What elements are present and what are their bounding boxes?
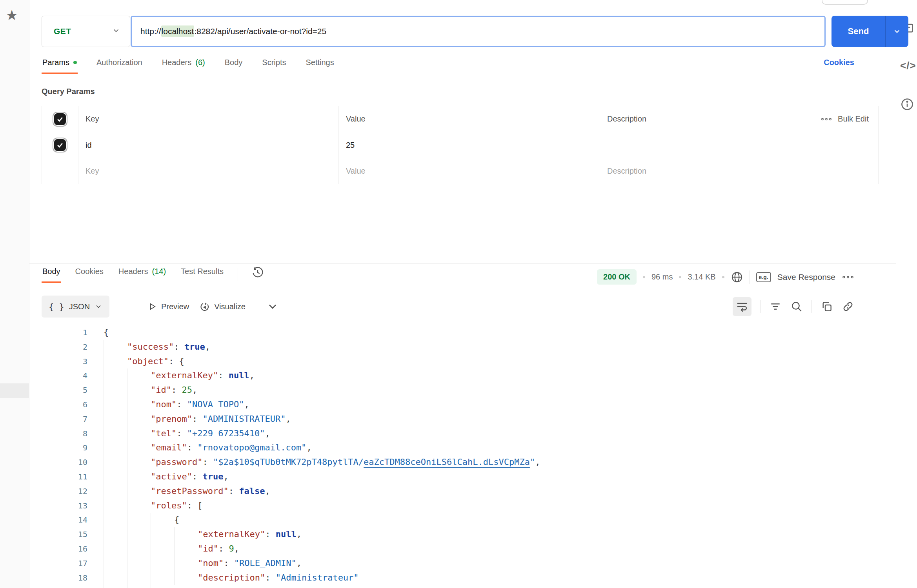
status-badge[interactable]: 200 OK xyxy=(597,269,637,285)
response-tab-cookies[interactable]: Cookies xyxy=(75,264,104,283)
indent-guide xyxy=(104,368,127,383)
tab-headers[interactable]: Headers(6) xyxy=(161,55,206,74)
line-content: "prenom": "ADMINISTRATEUR", xyxy=(104,412,291,426)
toolbar-chevron-down-icon[interactable] xyxy=(266,300,279,313)
column-header-key: Key xyxy=(78,106,339,132)
indent-guide xyxy=(127,527,151,542)
response-tab-body[interactable]: Body xyxy=(42,264,61,283)
preview-button[interactable]: Preview xyxy=(147,301,189,312)
tokens: "description": "Administrateur" xyxy=(198,571,359,585)
divider xyxy=(760,300,761,313)
link-icon[interactable] xyxy=(842,300,854,313)
line-number: 16 xyxy=(29,542,87,556)
save-response-button[interactable]: Save Response xyxy=(777,272,835,282)
indent-guide xyxy=(127,513,151,527)
url-highlight: localhost xyxy=(161,25,195,37)
save-as-example-icon[interactable]: e.g. xyxy=(756,272,771,282)
tab-label: Body xyxy=(42,267,60,276)
indent-guide xyxy=(104,513,127,527)
select-all-checkbox[interactable] xyxy=(54,113,66,125)
indent-guide xyxy=(104,527,127,542)
send-options-caret[interactable] xyxy=(886,16,908,47)
tab-params[interactable]: Params xyxy=(42,55,78,74)
indent-guide xyxy=(104,556,127,571)
tab-authorization[interactable]: Authorization xyxy=(96,55,143,74)
indent-guide xyxy=(104,426,127,441)
indent-guide xyxy=(127,585,151,588)
tab-label: Scripts xyxy=(262,58,286,67)
dot-separator xyxy=(679,276,681,278)
main-panel: GET http://localhost:8282/api/user/activ… xyxy=(29,0,896,588)
tokens: "roles": [ xyxy=(151,499,202,513)
response-size[interactable]: 3.14 KB xyxy=(688,272,715,281)
value-placeholder-input[interactable]: Value xyxy=(339,158,600,184)
cropped-top-button[interactable] xyxy=(822,0,868,5)
param-enabled-checkbox[interactable] xyxy=(54,139,66,151)
code-line: 12"resetPassword": false, xyxy=(29,484,896,499)
rail-drag-handle[interactable] xyxy=(0,383,29,398)
tab-label: Cookies xyxy=(75,267,104,276)
response-tab-headers[interactable]: Headers(14) xyxy=(118,264,167,283)
placeholder-checkbox-cell xyxy=(42,158,78,184)
param-key-input[interactable]: id xyxy=(78,132,339,158)
description-placeholder-input[interactable]: Description xyxy=(600,158,878,184)
indent-guide xyxy=(104,542,127,556)
tokens: "nom": "NOVA TOPO", xyxy=(151,397,249,412)
url-input[interactable]: http://localhost:8282/api/user/activate-… xyxy=(131,16,826,47)
tab-settings[interactable]: Settings xyxy=(305,55,335,74)
line-content: "roles": [ xyxy=(104,499,202,513)
response-body-json[interactable]: 1{2"success": true,3"object": {4"externa… xyxy=(29,323,896,588)
more-options-icon[interactable] xyxy=(842,271,854,283)
cookies-link[interactable]: Cookies xyxy=(824,58,854,67)
indent-guide xyxy=(151,585,174,588)
send-button-label[interactable]: Send xyxy=(831,16,886,47)
indent-guide xyxy=(104,383,127,397)
wrap-text-icon[interactable] xyxy=(733,297,751,316)
bulk-edit-button[interactable]: Bulk Edit xyxy=(821,114,869,123)
play-icon xyxy=(147,301,157,312)
tokens: "resetPassword": false, xyxy=(151,484,270,499)
line-number: 10 xyxy=(29,455,87,470)
tab-scripts[interactable]: Scripts xyxy=(261,55,287,74)
code-snippet-icon[interactable]: </> xyxy=(900,60,914,74)
response-tab-test-results[interactable]: Test Results xyxy=(180,264,224,283)
response-time[interactable]: 96 ms xyxy=(651,272,673,281)
indent-guide xyxy=(127,368,151,383)
code-line: 3"object": { xyxy=(29,354,896,369)
filter-icon[interactable] xyxy=(769,300,782,313)
tab-count: (14) xyxy=(152,267,166,276)
tokens: "success": true, xyxy=(127,340,210,354)
indent-guide xyxy=(127,542,151,556)
response-meta: 200 OK 96 ms 3.14 KB e.g. Save Response xyxy=(597,269,854,285)
copy-icon[interactable] xyxy=(821,300,833,313)
tab-body[interactable]: Body xyxy=(224,55,244,74)
format-dropdown[interactable]: { } JSON xyxy=(42,296,109,318)
code-line: 7"prenom": "ADMINISTRATEUR", xyxy=(29,412,896,426)
line-content: "nom": "ROLE_ADMIN", xyxy=(104,556,302,571)
code-line: 19} xyxy=(29,585,896,588)
favorite-star-icon[interactable]: ★ xyxy=(5,7,18,24)
table-row: id25 xyxy=(42,132,878,158)
line-content: "externalKey": null, xyxy=(104,368,255,383)
param-description-input[interactable] xyxy=(600,132,878,158)
line-content: "password": "$2a$10$qTUb0tMK72pT48pytlTA… xyxy=(104,455,540,470)
param-value-input[interactable]: 25 xyxy=(339,132,600,158)
info-icon[interactable] xyxy=(900,97,914,111)
visualize-button[interactable]: Visualize xyxy=(199,301,246,312)
tokens: "prenom": "ADMINISTRATEUR", xyxy=(151,412,291,426)
line-content: "nom": "NOVA TOPO", xyxy=(104,397,249,412)
code-line: 15"externalKey": null, xyxy=(29,527,896,542)
indent-guide xyxy=(104,455,127,470)
tokens: { xyxy=(174,513,179,527)
key-placeholder-input[interactable]: Key xyxy=(78,158,339,184)
line-content: } xyxy=(104,585,179,588)
send-button[interactable]: Send xyxy=(831,16,908,47)
indent-guide xyxy=(174,542,198,556)
method-selector[interactable]: GET xyxy=(42,16,130,47)
history-icon[interactable] xyxy=(251,266,264,279)
indent-guide xyxy=(104,470,127,484)
globe-icon[interactable] xyxy=(731,271,743,283)
indent-guide xyxy=(127,556,151,571)
search-icon[interactable] xyxy=(790,300,803,313)
line-content: "email": "rnovatopo@gmail.com", xyxy=(104,441,312,455)
